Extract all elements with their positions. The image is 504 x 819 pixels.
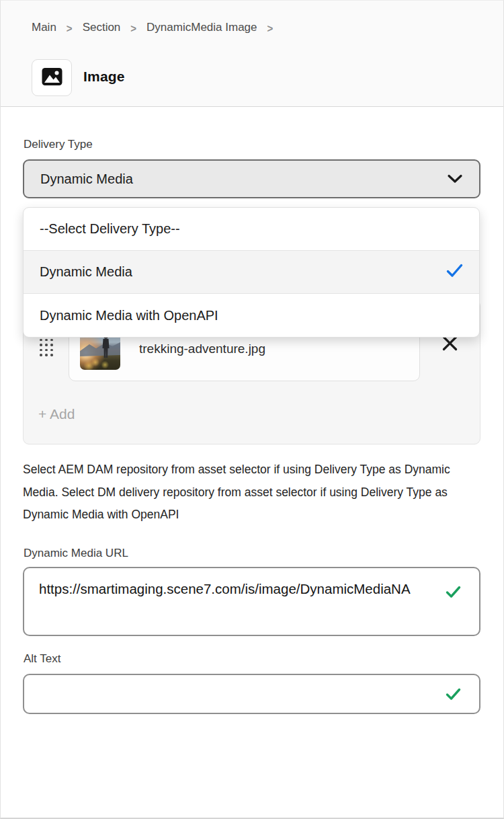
delivery-type-label: Delivery Type — [24, 138, 93, 151]
dynamic-media-url-value: https://smartimaging.scene7.com/is/image… — [39, 574, 429, 604]
delivery-type-select[interactable]: Dynamic Media — [23, 159, 480, 198]
panel-header: Main > Section > DynamicMedia Image > Im… — [1, 1, 503, 107]
image-icon — [42, 67, 62, 89]
dropdown-option-dynamic-media[interactable]: Dynamic Media — [24, 251, 479, 294]
chevron-right-icon: > — [267, 21, 274, 34]
properties-panel: Main > Section > DynamicMedia Image > Im… — [0, 0, 504, 819]
breadcrumb-item-main[interactable]: Main — [32, 21, 56, 34]
dropdown-option-select-delivery-type[interactable]: --Select Delivery Type-- — [24, 208, 479, 251]
delivery-type-help-text: Select AEM DAM repository from asset sel… — [23, 459, 484, 526]
dropdown-option-label: Dynamic Media with OpenAPI — [40, 308, 218, 323]
alt-text-input[interactable] — [38, 679, 441, 709]
dropdown-option-label: --Select Delivery Type-- — [40, 221, 180, 237]
delivery-type-dropdown: --Select Delivery Type-- Dynamic Media D… — [23, 207, 480, 338]
dropdown-option-dynamic-media-openapi[interactable]: Dynamic Media with OpenAPI — [24, 294, 479, 337]
remove-asset-button[interactable] — [441, 335, 459, 353]
dynamic-media-url-label: Dynamic Media URL — [24, 547, 128, 560]
chevron-down-icon — [447, 171, 463, 187]
dropdown-option-label: Dynamic Media — [40, 264, 132, 280]
chevron-right-icon: > — [130, 21, 136, 34]
breadcrumb-item-section[interactable]: Section — [83, 21, 121, 34]
check-icon — [446, 264, 463, 281]
alt-text-field — [23, 674, 480, 714]
add-asset-button[interactable]: + Add — [38, 406, 75, 422]
component-icon-box — [32, 59, 72, 96]
page-title: Image — [83, 69, 125, 85]
dynamic-media-url-field[interactable]: https://smartimaging.scene7.com/is/image… — [23, 567, 480, 636]
breadcrumb: Main > Section > DynamicMedia Image > — [32, 21, 273, 34]
asset-filename: trekking-adventure.jpg — [139, 342, 265, 356]
chevron-right-icon: > — [67, 21, 73, 34]
valid-check-icon — [446, 688, 461, 703]
alt-text-label: Alt Text — [24, 652, 60, 666]
breadcrumb-item-dynamicmedia-image[interactable]: DynamicMedia Image — [146, 21, 257, 34]
delivery-type-selected-value: Dynamic Media — [40, 171, 133, 187]
valid-check-icon — [446, 586, 461, 601]
